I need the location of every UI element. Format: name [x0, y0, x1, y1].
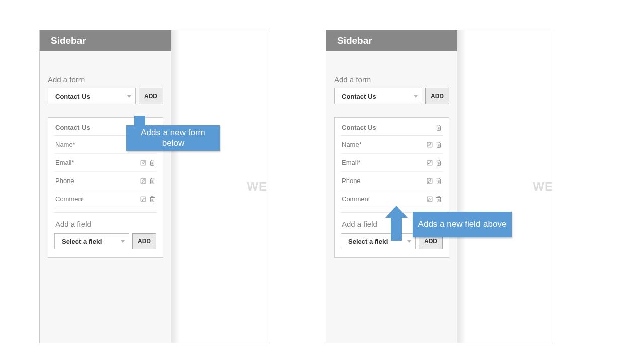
edit-icon[interactable]: [427, 141, 433, 148]
trash-icon[interactable]: [149, 177, 155, 185]
add-field-row: Select a field ADD: [54, 228, 156, 249]
add-form-label: Add a form: [40, 75, 171, 84]
edit-icon[interactable]: [140, 196, 146, 203]
form-select-value: Contact Us: [55, 93, 90, 100]
card-title: Contact Us: [342, 124, 376, 131]
svg-rect-17: [437, 197, 441, 202]
add-form-label: Add a form: [326, 75, 457, 84]
svg-rect-10: [427, 142, 432, 147]
edit-icon[interactable]: [427, 196, 433, 203]
sidebar-title: Sidebar: [40, 30, 171, 51]
field-row: Phone: [341, 172, 443, 190]
card-header: Contact Us: [341, 124, 443, 136]
edit-icon[interactable]: [427, 159, 433, 166]
edit-icon[interactable]: [140, 159, 146, 166]
divider: [54, 212, 156, 213]
add-form-button[interactable]: ADD: [425, 88, 449, 104]
svg-rect-7: [141, 197, 146, 202]
field-row: Comment: [54, 190, 156, 208]
field-label: Email*: [342, 159, 361, 166]
svg-rect-5: [141, 178, 146, 184]
canvas-watermark: WE: [533, 179, 553, 194]
field-row: Email*: [54, 154, 156, 172]
sidebar-shadow: [458, 30, 466, 343]
add-field-label: Add a field: [54, 220, 156, 228]
field-row: Email*: [341, 154, 443, 172]
field-row: Name*: [341, 136, 443, 154]
sidebar-shadow: [172, 30, 180, 343]
trash-icon[interactable]: [436, 159, 442, 166]
trash-icon[interactable]: [149, 196, 155, 203]
form-select-value: Contact Us: [342, 93, 376, 100]
sidebar: Sidebar Add a form Contact Us ADD Contac…: [40, 30, 172, 343]
add-form-button[interactable]: ADD: [139, 88, 163, 104]
trash-icon[interactable]: [149, 159, 155, 166]
trash-icon[interactable]: [436, 141, 442, 148]
field-select-value: Select a field: [62, 238, 102, 245]
form-select[interactable]: Contact Us: [334, 88, 422, 104]
field-label: Name*: [55, 141, 75, 148]
panel-right: Sidebar Add a form Contact Us ADD Contac…: [326, 30, 553, 343]
trash-icon[interactable]: [436, 177, 442, 185]
form-select[interactable]: Contact Us: [48, 88, 136, 104]
callout-add-field: Adds a new field above: [413, 212, 512, 237]
sidebar: Sidebar Add a form Contact Us ADD Contac…: [326, 30, 458, 343]
field-label: Comment: [342, 195, 370, 203]
edit-icon[interactable]: [427, 177, 433, 185]
svg-rect-9: [437, 126, 441, 130]
chevron-down-icon: [407, 240, 411, 243]
field-label: Phone: [342, 177, 361, 185]
field-label: Name*: [342, 141, 362, 148]
field-select-value: Select a field: [348, 238, 388, 245]
card-title: Contact Us: [55, 124, 90, 131]
svg-rect-14: [427, 178, 432, 184]
trash-icon[interactable]: [436, 196, 442, 203]
svg-rect-12: [427, 160, 432, 165]
add-form-row: Contact Us ADD: [326, 84, 457, 104]
edit-icon[interactable]: [140, 177, 146, 185]
sidebar-title: Sidebar: [326, 30, 457, 51]
callout-add-form: Adds a new form below: [126, 125, 220, 151]
field-label: Phone: [55, 177, 74, 185]
chevron-down-icon: [121, 240, 125, 243]
canvas-watermark: WE: [247, 179, 267, 194]
field-select[interactable]: Select a field: [341, 233, 416, 249]
chevron-down-icon: [127, 95, 131, 98]
field-label: Comment: [55, 195, 84, 203]
svg-rect-3: [141, 160, 146, 165]
chevron-down-icon: [414, 95, 418, 98]
add-field-button[interactable]: ADD: [132, 233, 156, 249]
svg-rect-13: [437, 161, 441, 165]
svg-rect-11: [437, 143, 441, 147]
svg-rect-6: [151, 179, 154, 184]
svg-rect-16: [427, 197, 432, 202]
field-select[interactable]: Select a field: [54, 233, 129, 249]
svg-rect-4: [151, 161, 154, 165]
arrow-up-icon: [390, 206, 403, 241]
field-label: Email*: [55, 159, 74, 166]
field-row: Phone: [54, 172, 156, 190]
svg-rect-8: [151, 197, 154, 202]
add-form-row: Contact Us ADD: [40, 84, 171, 104]
trash-icon[interactable]: [436, 124, 442, 131]
panel-left: Sidebar Add a form Contact Us ADD Contac…: [39, 30, 267, 343]
svg-rect-15: [437, 179, 441, 184]
